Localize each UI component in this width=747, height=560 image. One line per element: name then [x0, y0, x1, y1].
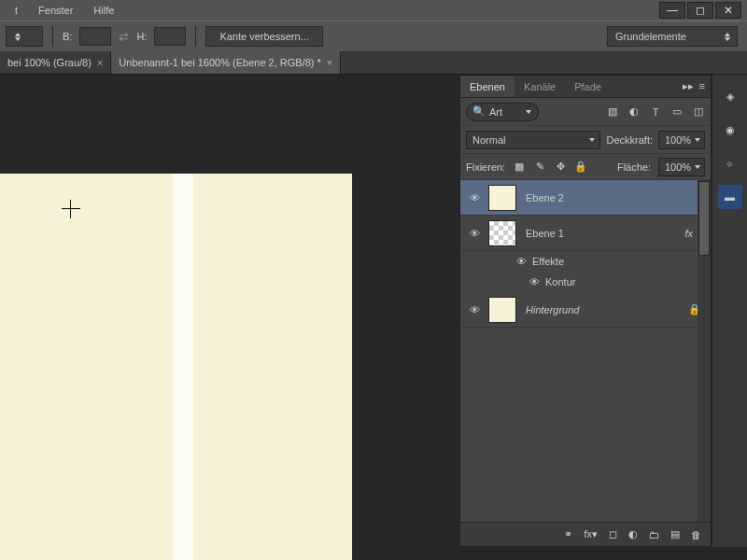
close-button[interactable]: ✕ — [715, 2, 741, 19]
layers-footer: ⚭ fx▾ ◻ ◐ 🗀 ▤ 🗑 — [460, 522, 711, 546]
canvas-highlight-strip — [173, 174, 193, 560]
document-tabbar: bei 100% (Grau/8) × Unbenannt-1 bei 1600… — [0, 52, 747, 75]
lock-transparency-icon[interactable]: ▩ — [513, 161, 526, 174]
fx-badge[interactable]: fx — [685, 228, 694, 239]
height-label: H: — [136, 31, 147, 42]
refine-edge-button[interactable]: Kante verbessern... — [205, 26, 322, 47]
trash-icon[interactable]: 🗑 — [691, 529, 701, 540]
layer-thumbnail[interactable] — [488, 297, 516, 323]
filter-type-icon[interactable]: T — [649, 105, 662, 119]
fill-field[interactable]: 100% — [658, 158, 705, 176]
layer-filter-type[interactable]: 🔍 Art — [466, 103, 539, 121]
effects-header[interactable]: 👁 Effekte — [460, 251, 711, 272]
menu-hilfe[interactable]: Hilfe — [84, 2, 123, 19]
adjustment-icon[interactable]: ◐ — [628, 528, 638, 540]
layers-list: 👁 Ebene 2 👁 Ebene 1 fx ▼ 👁 Effekte 👁 Kon… — [460, 180, 711, 522]
visibility-icon[interactable]: 👁 — [460, 228, 488, 239]
doc-tab-2-title: Unbenannt-1 bei 1600% (Ebene 2, RGB/8) * — [119, 57, 320, 68]
blend-mode-dropdown[interactable]: Normal — [466, 131, 600, 149]
menubar: t Fenster Hilfe — [0, 0, 747, 21]
width-label: B: — [63, 31, 72, 42]
tab-ebenen[interactable]: Ebenen — [460, 77, 514, 97]
tab-kanaele[interactable]: Kanäle — [514, 77, 565, 97]
effects-label: Effekte — [532, 256, 564, 267]
lock-all-icon[interactable]: 🔒 — [574, 161, 587, 174]
close-icon[interactable]: × — [327, 57, 332, 68]
scrollbar[interactable] — [698, 180, 711, 522]
height-field[interactable] — [154, 27, 186, 46]
width-field[interactable] — [79, 27, 111, 46]
panel-tabs: Ebenen Kanäle Pfade ▸▸ ≡ — [460, 76, 711, 98]
doc-tab-1[interactable]: bei 100% (Grau/8) × — [0, 51, 111, 74]
swatch-shortcut-icon[interactable]: ▬ — [718, 185, 742, 209]
effect-item[interactable]: 👁 Kontur — [460, 272, 711, 292]
blend-row: Normal Deckkraft: 100% — [460, 126, 711, 154]
menu-truncated[interactable]: t — [6, 2, 27, 19]
layer-thumbnail[interactable] — [488, 185, 516, 211]
close-icon[interactable]: × — [97, 57, 103, 68]
collapsed-panel-dock: ◈ ◉ ⟐ ▬ — [712, 75, 747, 547]
color-shortcut-icon[interactable]: ◉ — [718, 118, 742, 142]
minimize-button[interactable]: — — [659, 2, 685, 19]
filter-pixel-icon[interactable]: ▧ — [606, 105, 619, 119]
mask-icon[interactable]: ◻ — [609, 528, 617, 540]
layer-name[interactable]: Ebene 2 — [526, 192, 705, 203]
opacity-label: Deckkraft: — [606, 134, 653, 146]
swap-wh-icon[interactable]: ⇄ — [119, 30, 129, 44]
layer-name[interactable]: Ebene 1 — [526, 228, 685, 239]
paths-shortcut-icon[interactable]: ⟐ — [718, 151, 742, 175]
link-layers-icon[interactable]: ⚭ — [564, 528, 572, 540]
document-canvas[interactable] — [0, 174, 352, 560]
folder-icon[interactable]: 🗀 — [649, 529, 659, 540]
effect-name: Kontur — [545, 276, 575, 287]
layer-thumbnail[interactable] — [488, 220, 516, 246]
doc-tab-2[interactable]: Unbenannt-1 bei 1600% (Ebene 2, RGB/8) *… — [111, 51, 341, 74]
layer-row[interactable]: 👁 Hintergrund 🔒 — [460, 292, 711, 328]
layers-shortcut-icon[interactable]: ◈ — [718, 84, 742, 108]
filter-shape-icon[interactable]: ▭ — [670, 105, 684, 119]
tool-preset-dropdown[interactable] — [6, 26, 43, 47]
doc-tab-1-title: bei 100% (Grau/8) — [7, 57, 92, 68]
search-icon: 🔍 — [472, 105, 486, 118]
workspace-label: Grundelemente — [615, 31, 686, 42]
filter-adjust-icon[interactable]: ◐ — [627, 105, 641, 119]
fill-label: Fläche: — [617, 161, 651, 173]
layer-name[interactable]: Hintergrund — [526, 304, 688, 315]
layer-row[interactable]: 👁 Ebene 1 fx ▼ — [460, 216, 711, 251]
lock-label: Fixieren: — [466, 161, 505, 173]
filter-smart-icon[interactable]: ◫ — [692, 105, 705, 119]
opacity-field[interactable]: 100% — [658, 131, 705, 149]
maximize-button[interactable]: ◻ — [687, 2, 713, 19]
panel-menu-icon[interactable]: ≡ — [699, 80, 705, 92]
lock-row: Fixieren: ▩ ✎ ✥ 🔒 Fläche: 100% — [460, 154, 711, 180]
menu-fenster[interactable]: Fenster — [29, 2, 82, 19]
lock-position-icon[interactable]: ✥ — [554, 161, 567, 174]
opacity-value: 100% — [665, 134, 691, 146]
layer-filter-row: 🔍 Art ▧ ◐ T ▭ ◫ — [460, 98, 711, 126]
workspace-dropdown[interactable]: Grundelemente — [607, 26, 738, 47]
panel-collapse-icon[interactable]: ▸▸ — [683, 80, 694, 92]
fill-value: 100% — [665, 161, 691, 173]
visibility-icon[interactable]: 👁 — [529, 276, 540, 287]
visibility-icon[interactable]: 👁 — [460, 304, 488, 315]
blend-mode-value: Normal — [472, 134, 505, 146]
window-controls: — ◻ ✕ — [659, 2, 741, 19]
layers-panel: Ebenen Kanäle Pfade ▸▸ ≡ 🔍 Art ▧ ◐ T ▭ ◫… — [459, 75, 712, 547]
lock-pixels-icon[interactable]: ✎ — [533, 161, 546, 174]
options-bar: B: ⇄ H: Kante verbessern... Grundelement… — [0, 21, 747, 52]
tab-pfade[interactable]: Pfade — [565, 77, 611, 97]
new-layer-icon[interactable]: ▤ — [670, 528, 680, 540]
visibility-icon[interactable]: 👁 — [516, 256, 527, 267]
visibility-icon[interactable]: 👁 — [460, 192, 488, 203]
layer-row[interactable]: 👁 Ebene 2 — [460, 180, 711, 216]
filter-type-label: Art — [489, 106, 502, 118]
fx-menu-icon[interactable]: fx▾ — [584, 528, 598, 540]
